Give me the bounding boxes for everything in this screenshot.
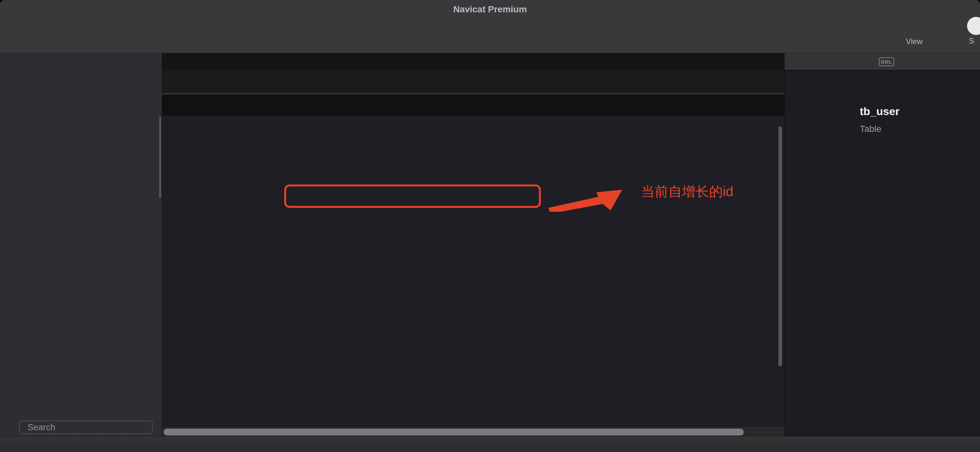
form-vertical-scrollbar[interactable] <box>778 126 782 366</box>
auto-increment-highlight-box <box>284 185 541 208</box>
document-tabbar <box>162 53 784 71</box>
app-window: Navicat Premium View S <box>0 0 980 452</box>
editor-toolbar <box>162 71 784 94</box>
horizontal-scrollbar-thumb[interactable] <box>164 429 744 436</box>
object-info-panel: DDL tb_user Table <box>784 53 980 436</box>
save-button[interactable] <box>170 75 184 89</box>
sidebar-search <box>19 420 153 434</box>
object-type: Table <box>860 124 881 134</box>
status-bar <box>0 436 980 452</box>
cutoff-circle-icon <box>967 17 980 35</box>
toolbar-view-label: View <box>883 37 945 46</box>
toolbar-cutoff-item[interactable]: S <box>967 17 980 45</box>
form-horizontal-scrollbar[interactable] <box>162 427 784 436</box>
content-area: 当前自增长的id <box>162 53 784 436</box>
annotation-arrow-icon <box>547 182 625 212</box>
object-name: tb_user <box>860 105 900 118</box>
main-area: 当前自增长的id DDL tb_user Table <box>0 53 980 436</box>
info-panel-header: DDL <box>784 53 980 71</box>
annotation-text: 当前自增长的id <box>641 182 733 201</box>
ddl-icon[interactable]: DDL <box>879 57 894 66</box>
sidebar-scrollbar[interactable] <box>159 117 161 198</box>
toolbar-cutoff-label: S <box>969 36 980 45</box>
table-designer-tabs <box>162 95 784 116</box>
window-title: Navicat Premium <box>0 4 980 14</box>
toolbar-view-group: View <box>883 17 945 46</box>
window-chrome: Navicat Premium View S <box>0 0 980 53</box>
connection-sidebar <box>0 53 162 436</box>
options-form: 当前自增长的id <box>162 116 784 427</box>
search-input[interactable] <box>27 423 152 433</box>
